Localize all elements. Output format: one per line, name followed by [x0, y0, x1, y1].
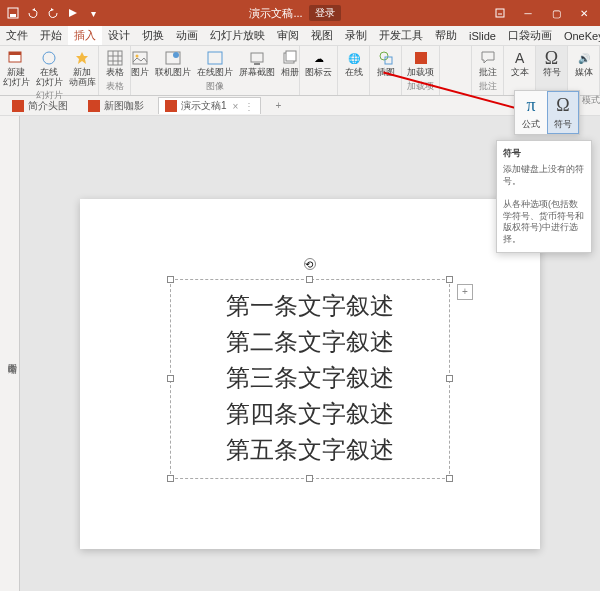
qat-more-icon[interactable]: ▾ — [84, 4, 102, 22]
thumbnail-panel[interactable]: 缩略图 — [0, 116, 20, 591]
rotate-handle[interactable]: ⟲ — [304, 258, 316, 270]
resize-handle-tr[interactable] — [446, 276, 453, 283]
tab-transition[interactable]: 切换 — [136, 26, 170, 45]
menubar: 文件 开始 插入 设计 切换 动画 幻灯片放映 审阅 视图 录制 开发工具 帮助… — [0, 26, 600, 46]
symbol-button[interactable]: Ω符号 — [541, 48, 563, 79]
online-pic-button[interactable]: 联机图片 — [153, 48, 193, 79]
comment-button[interactable]: 批注 — [477, 48, 499, 79]
svg-rect-2 — [496, 9, 504, 17]
tab-help[interactable]: 帮助 — [429, 26, 463, 45]
tab-design[interactable]: 设计 — [102, 26, 136, 45]
group-table-label: 表格 — [103, 80, 126, 93]
group-media: 🔊媒体 — [568, 46, 600, 95]
globe-icon: 🌐 — [345, 49, 363, 67]
textbox-content[interactable]: 第一条文字叙述 第二条文字叙述 第三条文字叙述 第四条文字叙述 第五条文字叙述 — [171, 280, 449, 476]
online-pic-icon — [164, 49, 182, 67]
resize-handle-tm[interactable] — [306, 276, 313, 283]
online-slide-button[interactable]: 在线幻灯片 — [34, 48, 65, 89]
album-button[interactable]: 相册 — [279, 48, 301, 79]
slide-canvas[interactable]: ⟲ + 第一条文字叙述 第二条文字叙述 第三条文字叙述 第四条文字叙述 第五条文… — [80, 199, 540, 549]
ribbon: 新建幻灯片 在线幻灯片 新加动画库 幻灯片 表格 表格 图片 联机图片 在线图片… — [0, 46, 600, 96]
ppt-icon — [88, 100, 100, 112]
new-tab-button[interactable]: + — [269, 99, 287, 112]
resize-handle-ml[interactable] — [167, 375, 174, 382]
table-icon — [106, 49, 124, 67]
svg-point-12 — [136, 55, 139, 58]
svg-point-5 — [43, 52, 55, 64]
tab-pocket[interactable]: 口袋动画 — [502, 26, 558, 45]
svg-rect-4 — [9, 52, 21, 55]
online-button[interactable]: 🌐在线 — [343, 48, 365, 79]
tab-view[interactable]: 视图 — [305, 26, 339, 45]
online-pic2-button[interactable]: 在线图片 — [195, 48, 235, 79]
textbox-selected[interactable]: ⟲ + 第一条文字叙述 第二条文字叙述 第三条文字叙述 第四条文字叙述 第五条文… — [170, 279, 450, 479]
symbol-item[interactable]: Ω 符号 — [547, 91, 579, 134]
addon-button[interactable]: 加载项 — [405, 48, 436, 79]
tab-insert[interactable]: 插入 — [68, 26, 102, 45]
group-images-label: 图像 — [135, 80, 295, 93]
tab-home[interactable]: 开始 — [34, 26, 68, 45]
login-badge[interactable]: 登录 — [309, 5, 341, 21]
title-center: 演示文稿... 登录 — [102, 5, 488, 21]
resize-handle-br[interactable] — [446, 475, 453, 482]
resize-handle-bm[interactable] — [306, 475, 313, 482]
new-slide-button[interactable]: 新建幻灯片 — [1, 48, 32, 89]
symbol-dropdown: π 公式 Ω 符号 — [514, 90, 580, 135]
start-icon[interactable] — [64, 4, 82, 22]
window-controls: ─ ▢ ✕ — [488, 3, 596, 23]
group-comment-label: 批注 — [476, 80, 499, 93]
tab-record[interactable]: 录制 — [339, 26, 373, 45]
picture-button[interactable]: 图片 — [129, 48, 151, 79]
tab-onekey[interactable]: OneKey I — [558, 28, 600, 44]
tab-close-icon[interactable]: × — [231, 101, 241, 112]
album-icon — [281, 49, 299, 67]
group-online: 🌐在线 — [338, 46, 370, 95]
doc-tab-3[interactable]: 演示文稿1×⋮ — [158, 97, 261, 114]
minimize-icon[interactable]: ─ — [516, 3, 540, 23]
svg-text:A: A — [515, 50, 525, 66]
ribbon-options-icon[interactable] — [488, 3, 512, 23]
tab-devtools[interactable]: 开发工具 — [373, 26, 429, 45]
group-text: A文本 — [504, 46, 536, 95]
svg-rect-22 — [415, 52, 427, 64]
text-button[interactable]: A文本 — [509, 48, 531, 79]
omega-icon: Ω — [543, 49, 561, 67]
add-handle[interactable]: + — [457, 284, 473, 300]
new-slide-icon — [7, 49, 25, 67]
redo-icon[interactable] — [44, 4, 62, 22]
symbol-tooltip: 符号 添加键盘上没有的符号。 从各种选项(包括数学符号、货币符号和版权符号)中进… — [496, 140, 592, 253]
group-illustrations: 插图 — [370, 46, 402, 95]
maximize-icon[interactable]: ▢ — [544, 3, 568, 23]
close-icon[interactable]: ✕ — [572, 3, 596, 23]
group-images: 图片 联机图片 在线图片 屏幕截图 相册 图像 — [131, 46, 300, 95]
table-button[interactable]: 表格 — [104, 48, 126, 79]
tab-islide[interactable]: iSlide — [463, 28, 502, 44]
cloud-icon: ☁ — [310, 49, 328, 67]
media-icon: 🔊 — [575, 49, 593, 67]
tab-slideshow[interactable]: 幻灯片放映 — [204, 26, 271, 45]
tab-animation[interactable]: 动画 — [170, 26, 204, 45]
equation-item[interactable]: π 公式 — [515, 91, 547, 134]
omega-icon: Ω — [556, 95, 569, 116]
resize-handle-bl[interactable] — [167, 475, 174, 482]
cloud-button[interactable]: ☁图标云 — [303, 48, 334, 79]
tab-file[interactable]: 文件 — [0, 26, 34, 45]
text-line: 第四条文字叙述 — [179, 396, 441, 432]
media-button[interactable]: 🔊媒体 — [573, 48, 595, 79]
resize-handle-mr[interactable] — [446, 375, 453, 382]
anim-icon — [73, 49, 91, 67]
picture-icon — [131, 49, 149, 67]
doc-tab-2[interactable]: 新图咖影 — [82, 98, 150, 114]
new-anim-button[interactable]: 新加动画库 — [67, 48, 98, 89]
svg-rect-19 — [286, 51, 296, 61]
doc-tab-1[interactable]: 简介头图 — [6, 98, 74, 114]
screenshot-button[interactable]: 屏幕截图 — [237, 48, 277, 79]
doc-title: 演示文稿... — [249, 6, 302, 21]
undo-icon[interactable] — [24, 4, 42, 22]
group-comments: 批注 批注 — [472, 46, 504, 95]
svg-rect-11 — [133, 52, 147, 64]
save-icon[interactable] — [4, 4, 22, 22]
tab-review[interactable]: 审阅 — [271, 26, 305, 45]
resize-handle-tl[interactable] — [167, 276, 174, 283]
group-addons: 加载项 加载项 — [402, 46, 440, 95]
